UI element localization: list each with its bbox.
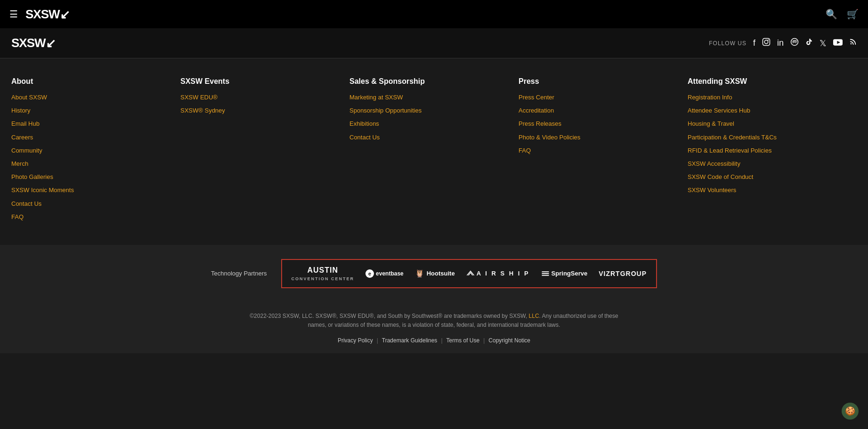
- list-item: Marketing at SXSW: [349, 93, 509, 102]
- list-item: Contact Us: [11, 200, 171, 208]
- list-item: Merch: [11, 160, 171, 168]
- secondary-logo[interactable]: SXSW↙: [11, 36, 56, 50]
- footer-links-sales: Marketing at SXSW Sponsorship Opportunit…: [349, 93, 509, 142]
- llc-link[interactable]: LLC: [529, 313, 539, 319]
- vizrtgroup-logo[interactable]: VIZRTGROUP: [599, 270, 647, 277]
- list-item: Careers: [11, 133, 171, 142]
- tech-partners-section: Technology Partners AUSTIN CONVENTION CE…: [0, 245, 868, 302]
- sponsorship-link[interactable]: Sponsorship Opportunities: [349, 107, 422, 114]
- top-nav-logo[interactable]: SXSW↙: [25, 7, 70, 22]
- housing-travel-link[interactable]: Housing & Travel: [688, 120, 734, 127]
- austin-convention-center-logo[interactable]: AUSTIN CONVENTION CENTER: [292, 266, 355, 282]
- list-item: SXSW Iconic Moments: [11, 186, 171, 194]
- list-item: Exhibitions: [349, 120, 509, 128]
- footer-columns: About About SXSW History Email Hub Caree…: [11, 77, 857, 226]
- accreditation-link[interactable]: Accreditation: [519, 107, 554, 114]
- footer-links-events: SXSW EDU® SXSW® Sydney: [180, 93, 340, 115]
- cart-icon[interactable]: 🛒: [847, 8, 859, 20]
- sales-contact-link[interactable]: Contact Us: [349, 134, 380, 141]
- airship-icon: [466, 270, 475, 277]
- list-item: Participation & Credentials T&Cs: [688, 133, 847, 142]
- instagram-icon[interactable]: [762, 38, 771, 49]
- footer-col-press: Press Press Center Accreditation Press R…: [519, 77, 688, 226]
- terms-of-use-link[interactable]: Terms of Use: [446, 337, 480, 344]
- tech-partners-inner: Technology Partners AUSTIN CONVENTION CE…: [211, 259, 657, 288]
- rfid-policies-link[interactable]: RFID & Lead Retrieval Policies: [688, 147, 771, 154]
- tiktok-icon[interactable]: [805, 38, 813, 49]
- svg-rect-0: [763, 39, 770, 46]
- press-releases-link[interactable]: Press Releases: [519, 120, 561, 127]
- attendee-services-link[interactable]: Attendee Services Hub: [688, 107, 750, 114]
- link-separator-3: |: [483, 337, 485, 344]
- list-item: Housing & Travel: [688, 120, 847, 128]
- footer-heading-about: About: [11, 77, 171, 86]
- list-item: Sponsorship Opportunities: [349, 106, 509, 115]
- list-item: Press Center: [519, 93, 678, 102]
- privacy-policy-link[interactable]: Privacy Policy: [338, 337, 373, 344]
- history-link[interactable]: History: [11, 107, 30, 114]
- careers-link[interactable]: Careers: [11, 134, 33, 141]
- linkedin-icon[interactable]: in: [777, 38, 784, 48]
- participation-credentials-link[interactable]: Participation & Credentials T&Cs: [688, 134, 777, 141]
- list-item: Accreditation: [519, 106, 678, 115]
- press-faq-link[interactable]: FAQ: [519, 147, 531, 154]
- photo-galleries-link[interactable]: Photo Galleries: [11, 173, 53, 180]
- list-item: RFID & Lead Retrieval Policies: [688, 146, 847, 155]
- eventbase-logo[interactable]: e eventbase: [365, 269, 404, 278]
- top-navigation: ☰ SXSW↙ 🔍 🛒: [0, 0, 868, 28]
- youtube-icon[interactable]: [833, 38, 843, 48]
- press-center-link[interactable]: Press Center: [519, 94, 554, 101]
- about-faq-link[interactable]: FAQ: [11, 213, 24, 220]
- exhibitions-link[interactable]: Exhibitions: [349, 120, 379, 127]
- twitter-icon[interactable]: 𝕏: [819, 38, 827, 49]
- list-item: About SXSW: [11, 93, 171, 102]
- footer-col-about: About About SXSW History Email Hub Caree…: [11, 77, 180, 226]
- sxsw-sydney-link[interactable]: SXSW® Sydney: [180, 107, 225, 114]
- list-item: FAQ: [519, 146, 678, 155]
- search-icon[interactable]: 🔍: [826, 8, 837, 20]
- airship-text: A I R S H I P: [477, 270, 530, 277]
- partners-box: AUSTIN CONVENTION CENTER e eventbase 🦉 H…: [281, 259, 657, 288]
- svg-point-3: [791, 39, 798, 46]
- list-item: SXSW® Sydney: [180, 106, 340, 115]
- footer-col-sales: Sales & Sponsorship Marketing at SXSW Sp…: [349, 77, 519, 226]
- tech-partners-label: Technology Partners: [211, 270, 267, 277]
- iconic-moments-link[interactable]: SXSW Iconic Moments: [11, 186, 74, 194]
- list-item: Community: [11, 146, 171, 155]
- volunteers-link[interactable]: SXSW Volunteers: [688, 186, 736, 194]
- rss-icon[interactable]: [849, 38, 857, 48]
- about-sxsw-link[interactable]: About SXSW: [11, 94, 47, 101]
- list-item: Photo Galleries: [11, 173, 171, 181]
- hootsuite-text: Hootsuite: [427, 270, 455, 277]
- hootsuite-owl-icon: 🦉: [415, 269, 424, 278]
- trademark-guidelines-link[interactable]: Trademark Guidelines: [382, 337, 438, 344]
- spotify-icon[interactable]: [790, 38, 799, 49]
- springserve-text: SpringServe: [552, 270, 588, 277]
- top-nav-left: ☰ SXSW↙: [9, 7, 70, 22]
- svg-point-2: [768, 40, 769, 40]
- footer-heading-press: Press: [519, 77, 678, 86]
- list-item: Email Hub: [11, 120, 171, 128]
- code-of-conduct-link[interactable]: SXSW Code of Conduct: [688, 173, 753, 180]
- facebook-icon[interactable]: f: [753, 38, 755, 48]
- email-hub-link[interactable]: Email Hub: [11, 120, 40, 127]
- community-link[interactable]: Community: [11, 147, 42, 154]
- footer-links-press: Press Center Accreditation Press Release…: [519, 93, 678, 155]
- copyright-section: ©2022-2023 SXSW, LLC. SXSW®, SXSW EDU®, …: [0, 302, 868, 353]
- list-item: Registration Info: [688, 93, 847, 102]
- copyright-notice-link[interactable]: Copyright Notice: [488, 337, 530, 344]
- marketing-link[interactable]: Marketing at SXSW: [349, 94, 403, 101]
- about-contact-link[interactable]: Contact Us: [11, 200, 41, 207]
- list-item: SXSW Code of Conduct: [688, 173, 847, 181]
- springserve-logo[interactable]: SpringServe: [541, 270, 588, 277]
- accessibility-link[interactable]: SXSW Accessibility: [688, 160, 740, 167]
- photo-video-policies-link[interactable]: Photo & Video Policies: [519, 134, 580, 141]
- hootsuite-logo[interactable]: 🦉 Hootsuite: [415, 269, 455, 278]
- registration-info-link[interactable]: Registration Info: [688, 94, 732, 101]
- top-nav-right: 🔍 🛒: [826, 8, 859, 20]
- airship-logo[interactable]: A I R S H I P: [466, 270, 530, 277]
- hamburger-menu-icon[interactable]: ☰: [9, 8, 18, 20]
- sxsw-edu-link[interactable]: SXSW EDU®: [180, 94, 218, 101]
- footer-legal-links: Privacy Policy | Trademark Guidelines | …: [11, 337, 857, 344]
- merch-link[interactable]: Merch: [11, 160, 28, 167]
